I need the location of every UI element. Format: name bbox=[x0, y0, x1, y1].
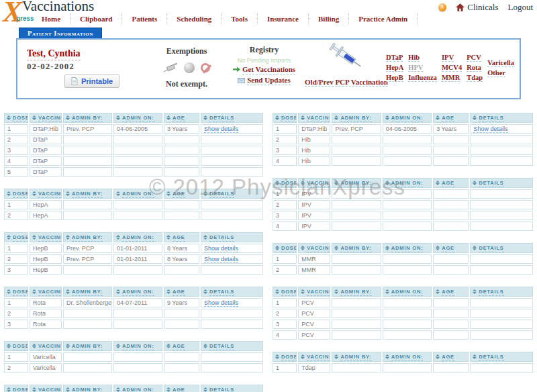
column-header-dose[interactable]: DOSE bbox=[4, 189, 28, 199]
column-header-vaccine[interactable]: VACCINE bbox=[298, 243, 330, 253]
column-header-details[interactable]: DETAILS bbox=[470, 178, 533, 188]
column-header-admin-by[interactable]: ADMIN BY: bbox=[332, 287, 381, 297]
show-details-link[interactable]: Show details bbox=[204, 245, 238, 252]
show-details-link[interactable]: Show details bbox=[204, 256, 238, 263]
column-header-admin-by[interactable]: ADMIN BY: bbox=[63, 113, 112, 123]
column-header-details[interactable]: DETAILS bbox=[201, 113, 263, 123]
column-header-age[interactable]: AGE bbox=[164, 113, 199, 123]
column-header-admin-on[interactable]: ADMIN ON: bbox=[113, 113, 162, 123]
column-header-vaccine[interactable]: VACCINE bbox=[298, 352, 330, 362]
column-header-age[interactable]: AGE bbox=[164, 385, 199, 392]
column-header-admin-on[interactable]: ADMIN ON: bbox=[113, 189, 162, 199]
column-header-admin-on[interactable]: ADMIN ON: bbox=[113, 341, 162, 351]
nav-item-tools[interactable]: Tools bbox=[222, 13, 258, 24]
column-header-admin-on[interactable]: ADMIN ON: bbox=[383, 113, 432, 123]
old-prev-pcp-link[interactable]: Old/Prev PCP Vaccination bbox=[305, 78, 388, 87]
column-header-dose[interactable]: DOSE bbox=[273, 243, 297, 253]
column-header-age[interactable]: AGE bbox=[164, 341, 199, 351]
tab-patient-information[interactable]: Patient Information bbox=[19, 28, 102, 38]
vaccine-link-dtap[interactable]: DTaP bbox=[386, 54, 403, 62]
column-header-vaccine[interactable]: VACCINE bbox=[298, 113, 330, 123]
column-header-admin-by[interactable]: ADMIN BY: bbox=[63, 189, 112, 199]
column-header-details[interactable]: DETAILS bbox=[201, 385, 263, 392]
column-header-details[interactable]: DETAILS bbox=[201, 341, 263, 351]
clinicals-link[interactable]: Clinicals bbox=[456, 2, 498, 13]
column-header-vaccine[interactable]: VACCINE bbox=[298, 287, 330, 297]
column-header-vaccine[interactable]: VACCINE bbox=[30, 287, 62, 297]
column-header-details[interactable]: DETAILS bbox=[201, 287, 263, 297]
vaccine-link-hepa[interactable]: HepA bbox=[386, 64, 403, 72]
column-header-admin-by[interactable]: ADMIN BY: bbox=[332, 352, 381, 362]
vaccine-link-hpv[interactable]: HPV bbox=[408, 64, 423, 72]
column-header-admin-on[interactable]: ADMIN ON: bbox=[113, 232, 162, 242]
column-header-dose[interactable]: DOSE bbox=[4, 113, 28, 123]
column-header-admin-by[interactable]: ADMIN BY: bbox=[63, 385, 112, 392]
column-header-dose[interactable]: DOSE bbox=[273, 113, 297, 123]
column-header-details[interactable]: DETAILS bbox=[201, 189, 263, 199]
nav-item-billing[interactable]: Billing bbox=[309, 13, 349, 24]
column-header-admin-by[interactable]: ADMIN BY: bbox=[63, 232, 112, 242]
show-details-link[interactable]: Show details bbox=[473, 126, 507, 133]
column-header-details[interactable]: DETAILS bbox=[470, 113, 533, 123]
column-header-details[interactable]: DETAILS bbox=[470, 287, 533, 297]
vaccine-link-mcv4[interactable]: MCV4 bbox=[442, 64, 462, 72]
show-details-link[interactable]: Show details bbox=[204, 126, 238, 133]
column-header-dose[interactable]: DOSE bbox=[4, 385, 28, 392]
column-header-admin-on[interactable]: ADMIN ON: bbox=[113, 385, 162, 392]
vaccine-link-mmr[interactable]: MMR bbox=[442, 74, 460, 82]
alert-icon[interactable] bbox=[438, 3, 446, 11]
column-header-admin-on[interactable]: ADMIN ON: bbox=[383, 287, 432, 297]
column-header-vaccine[interactable]: VACCINE bbox=[30, 385, 62, 392]
column-header-admin-on[interactable]: ADMIN ON: bbox=[383, 178, 432, 188]
vaccine-link-ipv[interactable]: IPV bbox=[442, 54, 454, 62]
column-header-admin-by[interactable]: ADMIN BY: bbox=[63, 341, 112, 351]
vaccine-link-pcv[interactable]: PCV bbox=[467, 54, 481, 62]
vaccine-link-rota[interactable]: Rota bbox=[467, 64, 481, 72]
nav-item-home[interactable]: Home bbox=[32, 13, 70, 24]
column-header-dose[interactable]: DOSE bbox=[4, 232, 28, 242]
column-header-age[interactable]: AGE bbox=[433, 178, 469, 188]
vaccine-link-tdap[interactable]: Tdap bbox=[467, 74, 483, 82]
column-header-age[interactable]: AGE bbox=[164, 232, 199, 242]
column-header-vaccine[interactable]: VACCINE bbox=[298, 178, 330, 188]
column-header-age[interactable]: AGE bbox=[433, 113, 469, 123]
column-header-admin-by[interactable]: ADMIN BY: bbox=[63, 287, 112, 297]
column-header-dose[interactable]: DOSE bbox=[4, 287, 28, 297]
column-header-admin-on[interactable]: ADMIN ON: bbox=[113, 287, 162, 297]
nav-item-practice-admin[interactable]: Practice Admin bbox=[349, 13, 418, 24]
column-header-admin-by[interactable]: ADMIN BY: bbox=[332, 178, 381, 188]
column-header-age[interactable]: AGE bbox=[433, 243, 469, 253]
column-header-dose[interactable]: DOSE bbox=[273, 178, 297, 188]
column-header-age[interactable]: AGE bbox=[433, 352, 469, 362]
column-header-details[interactable]: DETAILS bbox=[470, 243, 533, 253]
column-header-vaccine[interactable]: VACCINE bbox=[30, 113, 62, 123]
column-header-vaccine[interactable]: VACCINE bbox=[30, 232, 62, 242]
column-header-admin-on[interactable]: ADMIN ON: bbox=[383, 352, 432, 362]
show-details-link[interactable]: Show details bbox=[204, 299, 238, 307]
nav-item-scheduling[interactable]: Scheduling bbox=[167, 13, 222, 24]
column-header-admin-by[interactable]: ADMIN BY: bbox=[332, 113, 381, 123]
column-header-dose[interactable]: DOSE bbox=[4, 341, 28, 351]
vaccine-link-other[interactable]: Other bbox=[487, 69, 505, 77]
vaccine-link-hepb[interactable]: HepB bbox=[386, 74, 403, 82]
column-header-details[interactable]: DETAILS bbox=[201, 232, 263, 242]
column-header-vaccine[interactable]: VACCINE bbox=[30, 189, 62, 199]
column-header-age[interactable]: AGE bbox=[433, 287, 469, 297]
nav-item-clipboard[interactable]: Clipboard bbox=[70, 13, 122, 24]
vaccine-link-hib[interactable]: Hib bbox=[408, 54, 420, 62]
logout-link[interactable]: Logout bbox=[507, 2, 533, 13]
nav-item-insurance[interactable]: Insurance bbox=[258, 13, 309, 24]
vaccine-link-varicella[interactable]: Varicella bbox=[487, 59, 514, 67]
column-header-details[interactable]: DETAILS bbox=[470, 352, 533, 362]
column-header-vaccine[interactable]: VACCINE bbox=[30, 341, 62, 351]
column-header-dose[interactable]: DOSE bbox=[273, 352, 297, 362]
cell-vaccine: DTaP bbox=[30, 167, 62, 177]
column-header-dose[interactable]: DOSE bbox=[273, 287, 297, 297]
column-header-admin-on[interactable]: ADMIN ON: bbox=[383, 243, 432, 253]
printable-button[interactable]: Printable bbox=[64, 75, 119, 88]
column-header-age[interactable]: AGE bbox=[164, 287, 199, 297]
nav-item-patients[interactable]: Patients bbox=[122, 13, 167, 24]
column-header-age[interactable]: AGE bbox=[164, 189, 199, 199]
column-header-admin-by[interactable]: ADMIN BY: bbox=[332, 243, 381, 253]
vaccine-link-influenza[interactable]: Influenza bbox=[408, 74, 437, 82]
